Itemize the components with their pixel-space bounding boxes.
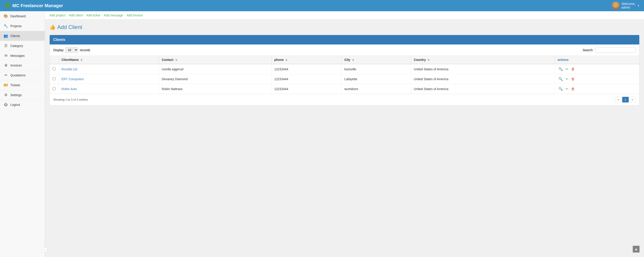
table-header-row: ClientName ⇅ Contact ⇅ phone ⇅ <box>50 56 639 64</box>
row-checkbox[interactable] <box>52 87 56 90</box>
scroll-top-button[interactable]: ▲ <box>633 246 640 252</box>
row-checkbox-cell <box>50 74 59 84</box>
add-client-link[interactable]: Add client <box>69 14 83 17</box>
sidebar-label-tickets: Tickets <box>10 83 20 87</box>
th-checkbox <box>50 56 59 64</box>
row-actions: 🔍 ✏ 🗑 <box>555 84 639 94</box>
settings-icon: ⚙ <box>4 93 8 97</box>
logout-icon: ⏻ <box>4 103 8 107</box>
sidebar-label-clients: Clients <box>10 34 20 38</box>
edit-button[interactable]: ✏ <box>565 76 570 82</box>
row-actions: 🔍 ✏ 🗑 <box>555 74 639 84</box>
sort-icon-phone: ⇅ <box>285 59 288 61</box>
row-checkbox-cell <box>50 64 59 74</box>
sidebar-item-messages[interactable]: ✉ Messages <box>0 51 45 61</box>
table-footer: Showing 1 to 3 of 3 entries « 1 » <box>50 94 639 105</box>
display-label: Display <box>53 48 64 52</box>
header-user[interactable]: Welcome, admin ▼ <box>612 2 640 10</box>
clients-table: ClientName ⇅ Contact ⇅ phone ⇅ <box>50 56 639 94</box>
view-button[interactable]: 🔍 <box>558 86 564 92</box>
row-contact: Devaney Diamond <box>159 74 272 84</box>
row-checkbox[interactable] <box>52 77 56 80</box>
table-row: Rozella Ltd rozella eggerud 12233444 lou… <box>50 64 639 74</box>
row-city: wurtsboro <box>342 84 411 94</box>
sidebar-label-invoices: Invoices <box>10 64 22 67</box>
th-contact[interactable]: Contact ⇅ <box>159 56 272 64</box>
category-icon: ☰ <box>4 44 8 48</box>
messages-icon: ✉ <box>4 54 8 58</box>
row-country: United States of America <box>411 64 555 74</box>
delete-button[interactable]: 🗑 <box>570 67 576 72</box>
client-name-link[interactable]: Robin Auto <box>62 87 77 91</box>
sort-icon-client-name: ⇅ <box>80 59 82 61</box>
brand-icon: 🌿 <box>4 3 10 8</box>
pagination-prev[interactable]: « <box>615 97 622 102</box>
row-checkbox-cell <box>50 84 59 94</box>
row-client-name: ERT Computers <box>59 74 159 84</box>
table-card-header: Clients <box>50 35 639 44</box>
delete-button[interactable]: 🗑 <box>570 76 576 82</box>
records-label: records <box>80 48 90 52</box>
clients-icon: 👥 <box>4 34 8 38</box>
add-ticket-link[interactable]: Add ticket <box>86 14 100 17</box>
main-content: Add project Add client Add ticket Add me… <box>45 11 644 257</box>
client-name-link[interactable]: ERT Computers <box>62 77 84 81</box>
edit-button[interactable]: ✏ <box>565 66 570 72</box>
sort-icon-contact: ⇅ <box>175 59 177 61</box>
row-phone: 12233444 <box>272 64 342 74</box>
sidebar: 🎨 Dashboard 🔧 Projects 👥 Clients ☰ Categ… <box>0 11 45 257</box>
row-contact: Robin Nattrass <box>159 84 272 94</box>
page-content: 👍 Add Client Clients Display 10 25 50 <box>45 20 644 110</box>
invoices-icon: 🖥 <box>4 63 8 68</box>
view-button[interactable]: 🔍 <box>558 66 564 72</box>
sidebar-item-quotations[interactable]: ✏ Quotations <box>0 70 45 80</box>
sidebar-item-clients[interactable]: 👥 Clients <box>0 31 45 41</box>
th-city[interactable]: City ⇅ <box>342 56 411 64</box>
th-actions: actions <box>555 56 639 64</box>
add-project-link[interactable]: Add project <box>50 14 66 17</box>
sidebar-label-messages: Messages <box>10 54 25 58</box>
quotations-icon: ✏ <box>4 73 8 77</box>
page-title-text: Add Client <box>57 24 82 30</box>
row-client-name: Robin Auto <box>59 84 159 94</box>
view-button[interactable]: 🔍 <box>558 76 564 82</box>
search-label: Search: <box>583 48 594 52</box>
add-message-link[interactable]: Add message <box>104 14 123 17</box>
sort-icon-city: ⇅ <box>352 59 354 61</box>
projects-icon: 🔧 <box>4 24 8 28</box>
row-client-name: Rozella Ltd <box>59 64 159 74</box>
row-phone: 12233444 <box>272 84 342 94</box>
page-title-icon: 👍 <box>50 24 56 30</box>
client-name-link[interactable]: Rozella Ltd <box>62 68 77 71</box>
display-select[interactable]: 10 25 50 100 <box>66 47 78 53</box>
row-contact: rozella eggerud <box>159 64 272 74</box>
user-dropdown-arrow[interactable]: ▼ <box>637 4 640 7</box>
th-client-name[interactable]: ClientName ⇅ <box>59 56 159 64</box>
avatar <box>612 2 620 10</box>
pagination-page-1[interactable]: 1 <box>622 97 629 102</box>
showing-label: Showing 1 to 3 of 3 entries <box>53 98 88 101</box>
dashboard-icon: 🎨 <box>4 14 8 18</box>
row-phone: 12233444 <box>272 74 342 84</box>
brand: 🌿 MC Freelancer Manager <box>4 3 63 8</box>
sidebar-item-tickets[interactable]: 🎫 Tickets <box>0 80 45 90</box>
row-actions: 🔍 ✏ 🗑 <box>555 64 639 74</box>
pagination-next[interactable]: » <box>629 97 636 102</box>
row-country: United States of America <box>411 84 555 94</box>
search-input[interactable] <box>595 47 636 53</box>
row-checkbox[interactable] <box>52 68 56 70</box>
sidebar-item-invoices[interactable]: 🖥 Invoices <box>0 61 45 70</box>
th-phone[interactable]: phone ⇅ <box>272 56 342 64</box>
sidebar-item-projects[interactable]: 🔧 Projects <box>0 21 45 31</box>
delete-button[interactable]: 🗑 <box>570 86 576 92</box>
th-country[interactable]: Country ⇅ <box>411 56 555 64</box>
edit-button[interactable]: ✏ <box>565 86 570 92</box>
sidebar-item-logout[interactable]: ⏻ Logout <box>0 100 45 110</box>
sidebar-collapse-button[interactable]: ‹ <box>42 247 48 252</box>
add-invoice-link[interactable]: Add invoice <box>126 14 143 17</box>
sidebar-label-dashboard: Dashboard <box>10 14 26 18</box>
sidebar-item-category[interactable]: ☰ Category <box>0 41 45 51</box>
sidebar-item-settings[interactable]: ⚙ Settings <box>0 90 45 100</box>
sidebar-item-dashboard[interactable]: 🎨 Dashboard <box>0 11 45 21</box>
display-controls: Display 10 25 50 100 records <box>53 47 90 53</box>
